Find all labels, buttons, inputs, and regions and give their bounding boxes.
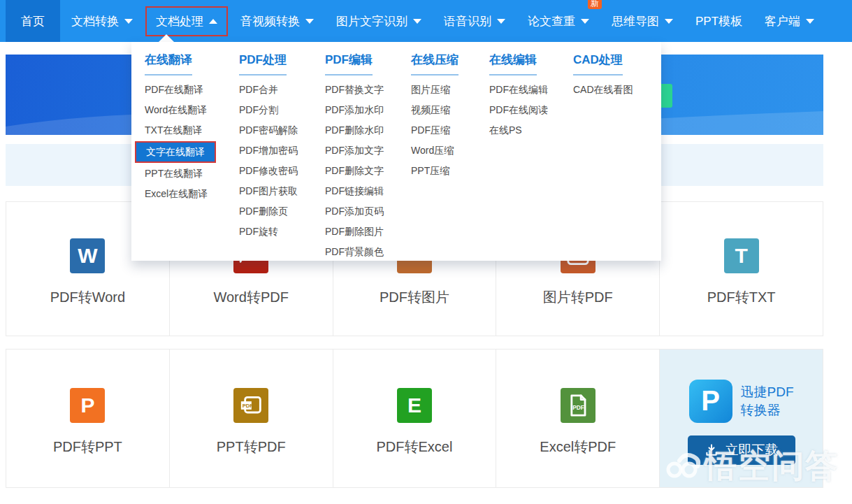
menu-item[interactable]: PDF在线阅读 xyxy=(489,100,573,120)
app-name: 迅捷PDF转换器 xyxy=(741,383,794,419)
menu-item[interactable]: PDF添加文字 xyxy=(325,141,411,161)
chevron-down-icon xyxy=(665,19,673,24)
menu-item[interactable]: 文字在线翻译 xyxy=(135,141,216,163)
menu-column-title[interactable]: PDF处理 xyxy=(239,52,287,75)
menu-item[interactable]: PDF修改密码 xyxy=(239,161,325,181)
menu-item[interactable]: PPT在线翻译 xyxy=(145,164,239,184)
nav-item-label: 论文查重 xyxy=(528,13,575,29)
menu-item[interactable]: PDF分割 xyxy=(239,100,325,120)
menu-item[interactable]: PDF密码解除 xyxy=(239,120,325,141)
nav-item-label: 语音识别 xyxy=(444,13,491,29)
menu-item[interactable]: PDF背景颜色 xyxy=(325,242,411,262)
menu-item[interactable]: PDF添加页码 xyxy=(325,201,411,222)
nav-item-6[interactable]: 思维导图 xyxy=(602,8,683,35)
chevron-up-icon xyxy=(209,19,217,24)
nav-item-1[interactable]: 文档处理 xyxy=(145,6,228,36)
menu-column-title[interactable]: PDF编辑 xyxy=(325,52,373,75)
menu-item[interactable]: 图片压缩 xyxy=(411,80,489,100)
svg-text:PDF: PDF xyxy=(243,403,254,409)
menu-item[interactable]: PDF在线翻译 xyxy=(145,80,239,100)
menu-item[interactable]: CAD在线看图 xyxy=(573,80,661,100)
nav-item-label: 音视频转换 xyxy=(240,13,300,29)
menu-column-4: 在线编辑PDF在线编辑PDF在线阅读在线PS xyxy=(489,52,573,261)
menu-item[interactable]: PDF在线编辑 xyxy=(489,80,573,100)
menu-item[interactable]: PDF合并 xyxy=(239,80,325,100)
menu-column-list: PDF在线编辑PDF在线阅读在线PS xyxy=(489,80,573,141)
svg-text:PDF: PDF xyxy=(572,403,584,410)
pdf-file-icon: PDF xyxy=(561,388,595,423)
wukong-watermark: 悟空问答 xyxy=(665,445,839,488)
document-processing-dropdown: 在线翻译PDF在线翻译Word在线翻译TXT在线翻译文字在线翻译PPT在线翻译E… xyxy=(131,42,661,261)
menu-column-title[interactable]: 在线编辑 xyxy=(489,52,537,75)
excel-letter-icon: E xyxy=(397,388,432,423)
nav-item-5[interactable]: 论文查重新 xyxy=(518,8,599,35)
menu-column-1: PDF处理PDF合并PDF分割PDF密码解除PDF增加密码PDF修改密码PDF图… xyxy=(239,52,325,261)
nav-items: 文档转换文档处理音视频转换图片文字识别语音识别论文查重新思维导图PPT模板客户端 xyxy=(60,0,825,42)
converter-card-label: Word转PDF xyxy=(213,288,288,307)
app-name-line2: 转换器 xyxy=(741,401,794,419)
menu-column-title[interactable]: CAD处理 xyxy=(573,52,623,75)
menu-item[interactable]: PPT压缩 xyxy=(411,161,489,181)
menu-item[interactable]: PDF添加水印 xyxy=(325,100,411,120)
menu-item[interactable]: Word压缩 xyxy=(411,141,489,161)
menu-item[interactable]: 视频压缩 xyxy=(411,100,489,120)
converter-card-label: 图片转PDF xyxy=(543,288,613,307)
converter-card[interactable]: PDFExcel转PDF xyxy=(496,350,660,487)
menu-item[interactable]: PDF旋转 xyxy=(239,222,325,242)
top-nav: 首页 文档转换文档处理音视频转换图片文字识别语音识别论文查重新思维导图PPT模板… xyxy=(0,0,852,42)
converter-card[interactable]: PPDF转PPT xyxy=(6,350,170,487)
chevron-down-icon xyxy=(305,19,314,24)
nav-item-7[interactable]: PPT模板 xyxy=(686,8,752,35)
menu-item[interactable]: TXT在线翻译 xyxy=(145,120,239,141)
nav-item-3[interactable]: 图片文字识别 xyxy=(326,8,431,35)
menu-item[interactable]: PDF删除图片 xyxy=(325,222,411,242)
menu-item[interactable]: Word在线翻译 xyxy=(145,100,239,120)
chevron-down-icon xyxy=(497,19,505,24)
converter-card-label: PDF转Excel xyxy=(377,438,453,456)
new-badge: 新 xyxy=(588,0,602,9)
word-letter-icon: W xyxy=(70,238,105,273)
menu-item[interactable]: Excel在线翻译 xyxy=(145,184,239,204)
nav-item-label: 思维导图 xyxy=(612,13,659,29)
menu-column-3: 在线压缩图片压缩视频压缩PDF压缩Word压缩PPT压缩 xyxy=(411,52,489,261)
menu-item[interactable]: PDF图片获取 xyxy=(239,181,325,201)
nav-item-home[interactable]: 首页 xyxy=(6,0,60,42)
converter-card-label: Excel转PDF xyxy=(540,438,616,456)
menu-item[interactable]: PDF替换文字 xyxy=(325,80,411,100)
app-identity: P迅捷PDF转换器 xyxy=(689,380,794,423)
menu-column-list: 图片压缩视频压缩PDF压缩Word压缩PPT压缩 xyxy=(411,80,489,181)
nav-item-8[interactable]: 客户端 xyxy=(755,8,824,35)
menu-item[interactable]: PDF增加密码 xyxy=(239,141,325,161)
ppt-letter-icon: P xyxy=(70,388,105,423)
converter-card-label: PPT转PDF xyxy=(217,438,286,456)
menu-column-title[interactable]: 在线翻译 xyxy=(145,52,192,75)
app-name-line1: 迅捷PDF xyxy=(741,383,794,401)
converter-card[interactable]: PDFPPT转PDF xyxy=(170,350,333,487)
menu-item[interactable]: PDF删除文字 xyxy=(325,161,411,181)
nav-item-label: PPT模板 xyxy=(695,13,742,29)
converter-card[interactable]: EPDF转Excel xyxy=(333,350,497,487)
menu-item[interactable]: 在线PS xyxy=(489,120,573,141)
menu-column-title[interactable]: 在线压缩 xyxy=(411,52,459,75)
menu-item[interactable]: PDF删除页 xyxy=(239,201,325,222)
converter-card[interactable]: TPDF转TXT xyxy=(660,202,823,336)
nav-item-label: 客户端 xyxy=(765,13,800,29)
menu-column-list: CAD在线看图 xyxy=(573,80,661,100)
menu-column-0: 在线翻译PDF在线翻译Word在线翻译TXT在线翻译文字在线翻译PPT在线翻译E… xyxy=(145,52,239,261)
chevron-down-icon xyxy=(413,19,421,24)
menu-column-list: PDF替换文字PDF添加水印PDF删除水印PDF添加文字PDF删除文字PDF链接… xyxy=(325,80,411,262)
nav-item-0[interactable]: 文档转换 xyxy=(62,8,143,35)
txt-letter-icon: T xyxy=(724,238,759,273)
pdf-converter-logo-icon: P xyxy=(689,380,732,423)
menu-item[interactable]: PDF链接编辑 xyxy=(325,181,411,201)
chevron-down-icon xyxy=(124,19,133,24)
menu-item[interactable]: PDF压缩 xyxy=(411,120,489,141)
nav-item-2[interactable]: 音视频转换 xyxy=(231,8,324,35)
nav-item-label: 文档处理 xyxy=(156,13,203,29)
menu-column-list: PDF合并PDF分割PDF密码解除PDF增加密码PDF修改密码PDF图片获取PD… xyxy=(239,80,325,242)
nav-item-4[interactable]: 语音识别 xyxy=(434,8,515,35)
menu-item[interactable]: PDF删除水印 xyxy=(325,120,411,141)
converter-card-label: PDF转TXT xyxy=(707,288,776,307)
menu-column-list: PDF在线翻译Word在线翻译TXT在线翻译文字在线翻译PPT在线翻译Excel… xyxy=(145,80,239,204)
dropdown-pointer-triangle xyxy=(159,34,174,42)
